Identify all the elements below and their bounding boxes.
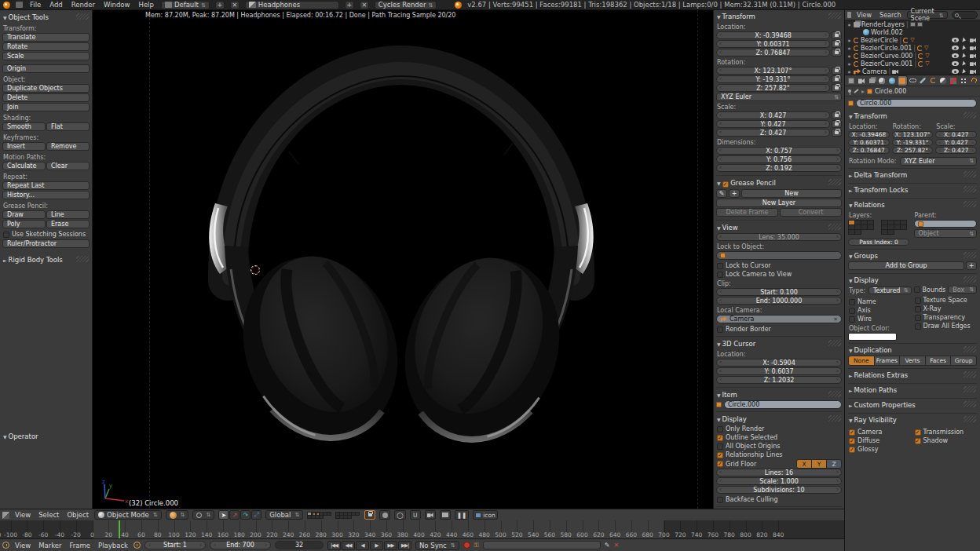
- ray-visibility-header[interactable]: Ray Visibility: [848, 414, 977, 425]
- axis-y-toggle[interactable]: Y: [812, 459, 827, 469]
- tab-physics[interactable]: [969, 76, 978, 86]
- value-slider[interactable]: Z: 257.82°: [892, 147, 934, 154]
- value-slider[interactable]: X: 0.427: [716, 111, 830, 119]
- lock-toggle[interactable]: [832, 40, 842, 48]
- tool-button-calculate[interactable]: Calculate: [2, 162, 46, 170]
- motion-paths-header[interactable]: Motion Paths: [848, 385, 977, 396]
- tool-button-clear[interactable]: Clear: [46, 162, 90, 170]
- tab-modifiers[interactable]: [918, 76, 927, 86]
- panel-drag-handle[interactable]: [828, 340, 841, 346]
- ray-visibility-diffuse-checkbox[interactable]: Diffuse: [848, 436, 912, 445]
- tab-material[interactable]: [938, 76, 948, 86]
- add-layout-button[interactable]: +: [215, 1, 225, 9]
- tool-button-draw[interactable]: Draw: [2, 210, 46, 219]
- delete-frame-button[interactable]: Delete Frame: [716, 208, 778, 217]
- panel-drag-handle[interactable]: [964, 386, 976, 392]
- tab-object[interactable]: [898, 76, 907, 86]
- bounds-type-dropdown[interactable]: Box: [948, 286, 977, 294]
- lock-toggle[interactable]: [832, 84, 842, 92]
- lock-toggle[interactable]: [832, 111, 842, 119]
- grease-pencil-add-button[interactable]: +: [729, 189, 740, 198]
- outliner-row-renderlayers[interactable]: ●RenderLayers|: [845, 20, 980, 28]
- menu-help[interactable]: Help: [137, 1, 155, 9]
- value-slider[interactable]: X: -0.39468: [848, 131, 890, 138]
- outliner-row-beziercircle[interactable]: ●BezierCircle|▽: [845, 36, 980, 44]
- panel-drag-handle[interactable]: [964, 171, 976, 177]
- manipulator-pointer-toggle[interactable]: ➤: [218, 510, 229, 520]
- tab-texture[interactable]: [949, 76, 958, 86]
- ray-visibility-transmission-checkbox[interactable]: Transmission: [914, 428, 978, 436]
- screen-layout-selector[interactable]: Default: [161, 1, 210, 9]
- checkbox-box[interactable]: [915, 429, 921, 436]
- grease-pencil-checkbox[interactable]: [722, 181, 729, 188]
- tab-constraints[interactable]: [908, 76, 917, 86]
- expand-toggle[interactable]: ●: [847, 46, 852, 50]
- panel-drag-handle[interactable]: [828, 391, 841, 397]
- menu-add[interactable]: Add: [48, 1, 64, 9]
- tool-button-scale[interactable]: Scale: [2, 52, 90, 60]
- outliner-row-beziercurve-001[interactable]: ●BezierCurve.001|▽: [845, 60, 980, 68]
- expand-toggle[interactable]: ●: [847, 54, 852, 58]
- visibility-eye-icon[interactable]: [952, 61, 959, 66]
- selectability-pointer-icon[interactable]: [962, 53, 966, 59]
- value-slider[interactable]: Z: 0.427: [935, 147, 977, 154]
- value-slider[interactable]: X: 123.107°: [892, 131, 934, 138]
- play-button[interactable]: ▶: [370, 541, 383, 550]
- expand-toggle[interactable]: ●: [847, 38, 852, 42]
- rotation-mode-dropdown[interactable]: XYZ Euler: [716, 93, 842, 101]
- ray-visibility-shadow-checkbox[interactable]: Shadow: [914, 436, 978, 445]
- lock-to-cursor-checkbox[interactable]: Lock to Cursor: [716, 261, 842, 270]
- mode-dropdown[interactable]: Object Mode: [94, 510, 161, 520]
- value-slider[interactable]: Z: 0.76847: [848, 147, 890, 154]
- lock-toggle[interactable]: [832, 49, 842, 57]
- pivot-point-dropdown[interactable]: [192, 510, 214, 520]
- grease-pencil-draw-icon-button[interactable]: ✎: [716, 189, 727, 198]
- lock-toggle[interactable]: [832, 75, 842, 83]
- timeline-menu-view[interactable]: View: [13, 542, 32, 549]
- renderability-camera-icon[interactable]: [970, 46, 976, 50]
- checkbox-box[interactable]: [849, 447, 855, 453]
- viewport-menu-object[interactable]: Object: [65, 511, 90, 519]
- relations-extras-header[interactable]: Relations Extras: [848, 370, 977, 381]
- tool-button-erase[interactable]: Erase: [46, 220, 90, 228]
- visibility-eye-icon[interactable]: [952, 53, 959, 58]
- checkbox-box[interactable]: [849, 438, 855, 444]
- object-name-field[interactable]: Circle.000: [856, 99, 977, 108]
- panel-drag-handle[interactable]: [964, 401, 976, 407]
- tool-button-insert[interactable]: Insert: [2, 142, 46, 151]
- panel-drag-handle[interactable]: [964, 112, 976, 119]
- selectability-pointer-icon[interactable]: [962, 38, 966, 43]
- grid-lines-slider[interactable]: Lines: 16: [716, 469, 842, 476]
- viewport-menu-select[interactable]: Select: [37, 511, 60, 519]
- tab-layers[interactable]: [867, 76, 876, 86]
- outliner-row-world-002[interactable]: World.002: [845, 28, 980, 36]
- cursor-panel-header[interactable]: 3D Cursor: [716, 338, 842, 349]
- tab-world[interactable]: [887, 76, 897, 86]
- layer-cell[interactable]: [347, 515, 352, 519]
- parent-field[interactable]: [914, 220, 978, 228]
- timeline-menu-frame[interactable]: Frame: [68, 542, 92, 549]
- layer-cell[interactable]: [327, 512, 331, 516]
- frame-start-field[interactable]: Start: 1: [144, 541, 206, 549]
- outliner-editor-icon[interactable]: [847, 12, 851, 18]
- panel-drag-handle[interactable]: [964, 416, 976, 422]
- transparency-checkbox[interactable]: Transparency: [914, 313, 978, 322]
- keying-set-field[interactable]: [483, 541, 601, 549]
- rotation-mode-dropdown[interactable]: XYZ Euler: [900, 157, 978, 166]
- duplication-header[interactable]: Duplication: [848, 345, 977, 356]
- layer-cell[interactable]: [854, 229, 861, 235]
- duplication-option-faces[interactable]: Faces: [926, 356, 952, 366]
- editor-type-icon[interactable]: [16, 2, 23, 8]
- duplication-option-group[interactable]: Group: [951, 356, 977, 366]
- expand-toggle[interactable]: ●: [847, 70, 852, 74]
- value-slider[interactable]: Y: 0.60371: [848, 139, 890, 146]
- layer-cell[interactable]: [900, 224, 907, 230]
- value-slider[interactable]: Z: 0.76847: [716, 49, 830, 57]
- add-group-plus-button[interactable]: +: [966, 261, 977, 270]
- panel-drag-handle[interactable]: [964, 346, 976, 352]
- tool-button-history[interactable]: History...: [2, 191, 90, 199]
- value-slider[interactable]: X: -0.39468: [716, 31, 830, 39]
- manipulator-rotate-toggle[interactable]: ↷: [240, 510, 250, 520]
- operator-panel-header[interactable]: Operator: [2, 431, 90, 442]
- checkbox-box[interactable]: [3, 232, 9, 238]
